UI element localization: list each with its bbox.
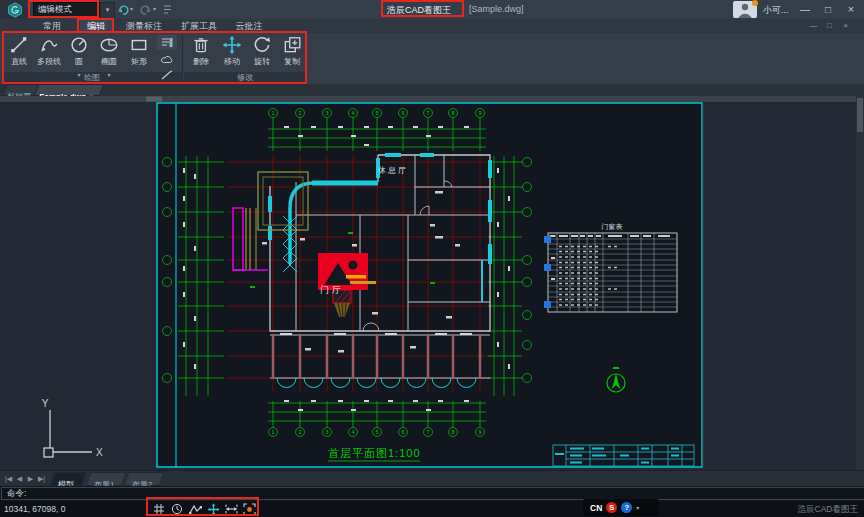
move-tool-label: 移动 [217,56,247,67]
circle-tool-button[interactable]: 圆 [64,34,94,72]
nav-next-button[interactable]: ▶ [25,473,36,485]
zoom-extents-button[interactable] [242,502,256,516]
tab-extended-tools[interactable]: 扩展工具 [176,19,222,33]
ribbon-panel: 绘图 修改 直线 多段线 [0,33,864,84]
modify-group-label: 修改 [184,72,306,84]
sogou-input-icon[interactable]: S [606,502,617,513]
lineweight-toggle-button[interactable] [224,502,238,516]
move-icon [217,35,247,55]
tab-sample-dwg[interactable]: Sample.dwg× [34,84,105,96]
line-icon [4,35,34,55]
svg-text:9: 9 [478,110,481,116]
svg-text:6: 6 [401,429,404,435]
cloud-mini-button[interactable] [157,51,177,66]
width-arrows-icon [225,503,238,515]
ellipse-tool-button[interactable]: 椭圆 [94,34,124,72]
redo-button[interactable] [139,3,152,16]
svg-text:1: 1 [271,429,274,435]
mode-selector[interactable]: 编辑模式 [33,2,101,17]
grid-toggle-button[interactable] [152,502,166,516]
undo-button[interactable] [116,3,129,16]
tab-model[interactable]: 模型 [50,472,87,486]
svg-text:6: 6 [401,110,404,116]
redo-icon [140,4,152,16]
text-tool-icon [161,37,173,48]
brand-label: 浩辰CAD看图王 [798,504,858,516]
nav-prev-button[interactable]: ◀ [14,473,25,485]
redo-caret[interactable]: ▾ [153,5,156,12]
text-mini-button[interactable] [157,35,177,50]
drawing-viewport[interactable]: 12 34 56 78 9 [0,96,864,470]
vertical-scrollbar[interactable] [856,96,864,470]
title-bar: 编辑模式 ▾ ▾ ▾ 浩辰CAD看图王 [Sample.dwg] [0,0,864,20]
erase-tool-button[interactable]: 删除 [186,34,216,72]
document-tab-bar: 起始页 Sample.dwg× [0,84,864,96]
command-input[interactable]: 命令: [1,487,864,500]
rotate-tool-button[interactable]: 旋转 [247,34,277,72]
copy-tool-label: 复制 [277,56,307,67]
erase-tool-label: 删除 [186,56,216,67]
cad-viewer-window: 编辑模式 ▾ ▾ ▾ 浩辰CAD看图王 [Sample.dwg] [0,0,864,517]
horizontal-scrollbar[interactable] [0,96,856,102]
svg-text:5: 5 [375,110,378,116]
svg-text:7: 7 [426,429,429,435]
layout-tab-bar: |◀ ◀ ▶ ▶| 模型 布局1 布局2 [0,470,864,487]
undo-caret[interactable]: ▾ [130,5,133,12]
rectangle-tool-button[interactable]: 矩形 [124,34,154,72]
mode-selector-caret[interactable]: ▾ [100,2,115,19]
polyline-status-icon [189,503,202,515]
schedule-title: 门窗表 [602,223,623,231]
svg-text:5: 5 [375,429,378,435]
tab-layout1[interactable]: 布局1 [86,472,127,486]
ellipse-tool-label: 椭圆 [94,56,124,67]
nav-first-button[interactable]: |◀ [3,473,14,485]
app-logo-icon [7,2,23,18]
svg-text:4: 4 [351,110,354,116]
clock-icon [171,503,183,515]
polyline-icon [34,35,64,55]
tab-edit[interactable]: 编辑 [80,19,112,33]
quick-extra-button[interactable] [161,3,174,16]
tab-common[interactable]: 常用 [36,19,68,33]
close-button[interactable]: × [840,0,862,19]
draw-group-label: 绘图 [2,72,182,84]
ellipse-dropdown-caret[interactable]: ▾ [104,71,114,78]
ime-toolbar[interactable]: CN S ? ▾ [583,499,659,516]
copy-tool-button[interactable]: 复制 [277,34,307,72]
plan-title: 首层平面图1:100 [328,447,421,461]
restore-button[interactable]: □ [817,0,839,19]
avatar-badge [752,0,758,6]
nav-last-button[interactable]: ▶| [36,473,47,485]
polyline-toggle-button[interactable] [188,502,202,516]
svg-text:8: 8 [451,429,454,435]
move-tool-button[interactable]: 移动 [217,34,247,72]
lobby-label: 门厅 [320,285,344,295]
ime-help-icon[interactable]: ? [621,502,632,513]
tab-measure[interactable]: 测量标注 [120,19,168,33]
realtime-zoom-button[interactable] [170,502,184,516]
circle-dropdown-caret[interactable]: ▾ [74,71,84,78]
user-name[interactable]: 小可... [763,4,789,17]
ellipse-icon [94,35,124,55]
minimize-button[interactable]: — [794,0,816,19]
polyline-tool-button[interactable]: 多段线 [34,34,64,72]
ribbon-tab-row: 常用 编辑 测量标注 扩展工具 云批注 [0,19,864,33]
document-title: [Sample.dwg] [469,4,524,14]
ime-caret[interactable]: ▾ [636,504,639,511]
svg-text:3: 3 [325,429,328,435]
tab-layout2[interactable]: 布局2 [124,472,165,486]
app-logo[interactable] [0,0,30,19]
app-title: 浩辰CAD看图王 [387,4,451,17]
sketch-mini-button[interactable] [157,67,177,82]
line-tool-button[interactable]: 直线 [4,34,34,72]
ime-language-indicator[interactable]: CN [590,503,602,513]
mdi-close-button[interactable]: × [838,20,853,32]
pan-toggle-button[interactable] [206,502,220,516]
svg-text:8: 8 [451,110,454,116]
quick-extra-icon [162,4,173,15]
svg-text:2: 2 [298,110,301,116]
line-tool-label: 直线 [4,56,34,67]
mdi-minimize-button[interactable]: — [806,20,821,32]
mdi-restore-button[interactable]: □ [822,20,837,32]
tab-cloud-markup[interactable]: 云批注 [230,19,268,33]
